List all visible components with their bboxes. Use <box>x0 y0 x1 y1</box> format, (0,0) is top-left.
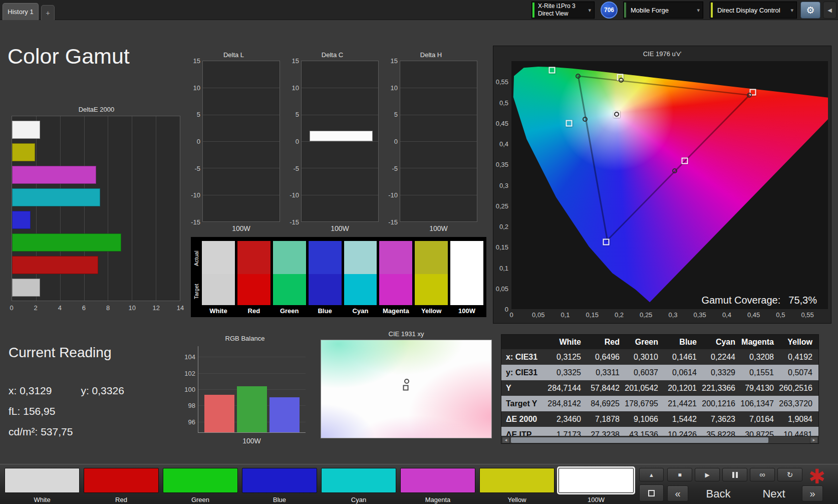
y-tick-label: -5 <box>286 164 299 172</box>
patch-yellow[interactable]: Yellow <box>479 468 554 503</box>
cell: 0,3010 <box>624 353 662 362</box>
next-button[interactable]: Next <box>749 487 799 500</box>
cell: 0 <box>816 353 819 362</box>
y-tick-label: 0,05 <box>496 285 508 292</box>
marker-magenta-target <box>682 157 688 164</box>
page-title: Color Gamut <box>8 44 130 69</box>
gridline <box>203 141 280 142</box>
swatch-actual <box>344 241 377 274</box>
x-tick-label: 8 <box>106 304 110 312</box>
cell: 0,1461 <box>662 353 701 362</box>
y-tick-label: 0,4 <box>499 140 508 148</box>
patch-blue[interactable]: Blue <box>242 468 317 503</box>
meter-line2: Direct View <box>538 10 576 18</box>
source-dropdown[interactable]: Mobile Forge ▾ <box>623 2 703 19</box>
swatch-label: Blue <box>309 307 342 315</box>
delta-h-plot <box>400 61 477 222</box>
gridline <box>400 168 477 168</box>
stop-button[interactable]: ■ <box>667 468 692 481</box>
patch-swatch <box>5 468 80 493</box>
scroll-left-button[interactable]: ◄ <box>502 437 510 443</box>
row-label: ΔE 2000 <box>501 415 546 424</box>
y-tick-label: 5 <box>187 111 200 118</box>
add-tab-button[interactable]: + <box>41 5 55 20</box>
display-control-dropdown[interactable]: Direct Display Control ▾ <box>710 2 797 19</box>
deltae-bar-row-white <box>12 121 180 139</box>
chevron-down-icon: ▾ <box>790 7 793 14</box>
cell: 21,4421 <box>662 399 701 408</box>
patch-label: Green <box>163 496 238 503</box>
pattern-window-button[interactable] <box>639 484 664 501</box>
settings-button[interactable]: ⚙ <box>800 2 820 19</box>
continuous-read-button[interactable]: ∞ <box>750 468 775 481</box>
patch-white[interactable]: White <box>5 468 80 503</box>
swatch-target <box>415 274 448 305</box>
x-axis-label: 100W <box>301 224 379 232</box>
loop-button[interactable]: ↻ <box>777 468 802 481</box>
fl-reading: fL: 156,95 <box>9 405 124 417</box>
cell: 0,0614 <box>662 368 701 377</box>
marker-cyan-target <box>566 120 573 126</box>
swatch-actual <box>309 241 342 274</box>
patch-swatch <box>558 468 634 493</box>
deltae-bar-100w <box>12 279 40 297</box>
current-reading-panel: Current Reading x: 0,3129y: 0,3326 fL: 1… <box>9 345 124 438</box>
x-tick-label: 6 <box>82 304 86 312</box>
cell: 9,1066 <box>624 415 662 424</box>
x-tick-label: 12 <box>153 304 160 312</box>
col-header-white: White <box>546 338 585 347</box>
patch-green[interactable]: Green <box>163 468 238 503</box>
current-reading-values: x: 0,3129y: 0,3326 fL: 156,95 cd/m²: 537… <box>9 385 124 438</box>
y-tick-label: 0,45 <box>496 119 508 127</box>
delta-l-plot <box>202 61 280 222</box>
delta-l-title: Delta L <box>187 51 281 59</box>
table-scrollbar[interactable]: ◄ ► <box>501 436 818 443</box>
rgb-plot: 1041021009896 <box>198 346 306 433</box>
back-button[interactable]: Back <box>693 487 743 500</box>
cell: 0,5074 <box>778 368 816 377</box>
cd-reading: cd/m²: 537,75 <box>9 426 124 438</box>
y-tick-label: 5 <box>384 111 398 118</box>
cell: 201,0542 <box>624 384 662 393</box>
meter-dropdown[interactable]: X-Rite i1Pro 3 Direct View ▾ <box>531 2 595 19</box>
gridline <box>203 115 280 115</box>
table-row: ΔE 20002,34607,18789,10661,54427,36237,0… <box>501 411 818 427</box>
deltae-xticks: 02468101214 <box>12 304 180 313</box>
pause-icon <box>732 472 738 478</box>
scroll-thumb[interactable] <box>511 437 768 443</box>
row-label: x: CIE31 <box>501 353 546 362</box>
patch-swatch <box>400 468 475 493</box>
patch-100w[interactable]: 100W <box>558 468 634 503</box>
row-label: Y <box>501 384 546 393</box>
pause-button[interactable] <box>722 468 747 481</box>
scroll-right-button[interactable]: ► <box>810 437 818 443</box>
play-button[interactable]: ▶ <box>695 468 720 481</box>
cell: 0,1551 <box>739 368 778 377</box>
y-tick-label: 0 <box>187 138 200 145</box>
cell: 84,6925 <box>585 399 624 408</box>
table-row: Target Y284,814284,6925178,679521,442120… <box>501 396 818 411</box>
x-tick-label: 0 <box>509 311 513 319</box>
col-header-cyan: Cyan <box>701 338 739 347</box>
bottom-toolbar: WhiteRedGreenBlueCyanMagentaYellow100W ▲… <box>0 464 838 504</box>
back-chevron-button[interactable]: « <box>667 485 688 501</box>
chevron-down-icon: ▾ <box>697 7 700 14</box>
y-tick-label: 5 <box>286 111 299 118</box>
next-chevron-icon: » <box>809 488 815 499</box>
patch-cyan[interactable]: Cyan <box>321 468 396 503</box>
x-tick-label: 0,15 <box>586 311 599 319</box>
pattern-up-button[interactable]: ▲ <box>639 468 664 481</box>
y-tick-label: 10 <box>384 84 398 91</box>
collapse-panel-button[interactable]: ◀ <box>823 2 836 19</box>
y-tick-label: 0,3 <box>499 181 508 189</box>
gridline <box>302 88 378 88</box>
patch-magenta[interactable]: Magenta <box>400 468 475 503</box>
patch-red[interactable]: Red <box>84 468 159 503</box>
swatch-white: White <box>202 241 235 315</box>
cd-label: cd/m²: <box>9 426 38 437</box>
swatch-100w: 100W <box>450 241 483 315</box>
swatch-single <box>450 241 483 305</box>
tab-history-1[interactable]: History 1 <box>3 3 39 20</box>
cell: 0,3125 <box>546 353 585 362</box>
next-chevron-button[interactable]: » <box>802 485 823 501</box>
